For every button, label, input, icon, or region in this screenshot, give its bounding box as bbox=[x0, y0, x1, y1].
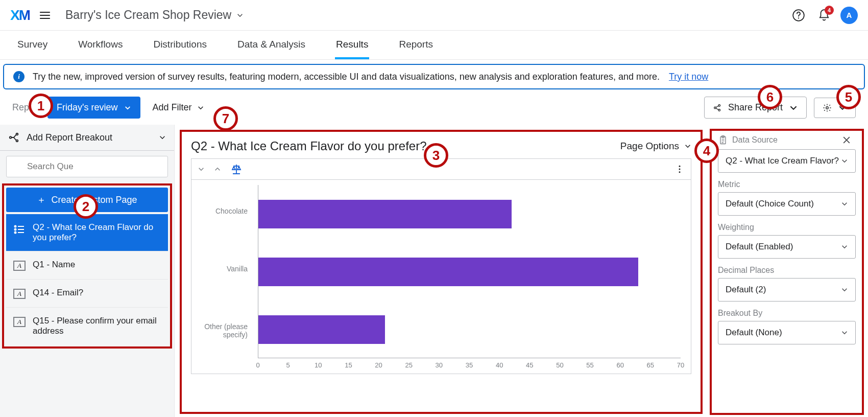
chevron-down-icon bbox=[841, 157, 848, 165]
chart-tick-label: 45 bbox=[526, 361, 533, 369]
breakout-by-select[interactable]: Default (None) bbox=[718, 321, 856, 344]
decimal-places-value: Default (2) bbox=[726, 285, 766, 295]
search-questions-input[interactable] bbox=[6, 156, 168, 177]
weighting-icon[interactable] bbox=[230, 163, 243, 175]
svg-point-1 bbox=[798, 17, 799, 18]
metric-label: Metric bbox=[718, 180, 856, 189]
chart-tick-label: 15 bbox=[345, 361, 352, 369]
bar-chart: ChocolateVanillaOther (please specify)05… bbox=[191, 180, 691, 374]
chevron-down-icon bbox=[841, 200, 848, 207]
svg-point-3 bbox=[718, 104, 720, 106]
chart-tick-label: 0 bbox=[256, 361, 259, 369]
chevron-down-icon bbox=[197, 104, 204, 111]
svg-point-11 bbox=[15, 229, 16, 230]
chart-tick-label: 30 bbox=[436, 361, 443, 369]
decimal-places-select[interactable]: Default (2) bbox=[718, 278, 856, 302]
notifications-button[interactable]: 4 bbox=[815, 6, 833, 25]
page-item-label: Q1 - Name bbox=[33, 260, 75, 270]
chevron-down-icon bbox=[838, 103, 847, 112]
tab-reports[interactable]: Reports bbox=[398, 31, 434, 59]
chart-tick-label: 65 bbox=[647, 361, 654, 369]
info-banner-text: Try the new, improved version of survey … bbox=[33, 72, 660, 82]
collapse-up-icon[interactable] bbox=[214, 166, 221, 173]
weighting-select[interactable]: Default (Enabled) bbox=[718, 235, 856, 259]
chart-tick-label: 5 bbox=[286, 361, 290, 369]
create-custom-page-button[interactable]: ＋ Create Custom Page bbox=[6, 188, 168, 212]
page-item-q1[interactable]: A Q1 - Name bbox=[6, 251, 168, 280]
page-options-dropdown[interactable]: Page Options bbox=[620, 141, 691, 152]
chart-tick-label: 40 bbox=[496, 361, 503, 369]
collapse-down-icon[interactable] bbox=[198, 166, 205, 173]
chevron-down-icon bbox=[789, 103, 798, 112]
chart-tick-label: 35 bbox=[466, 361, 473, 369]
clipboard-icon bbox=[718, 135, 728, 145]
annotation-box-3: Q2 - What Ice Cream Flavor do you prefer… bbox=[180, 130, 703, 414]
gear-icon bbox=[823, 103, 832, 112]
add-report-breakout-dropdown[interactable]: Add Report Breakout bbox=[0, 125, 174, 151]
project-title-text: Barry's Ice Cream Shop Review bbox=[65, 8, 231, 22]
text-question-icon: A bbox=[13, 289, 26, 299]
chart-tick-label: 10 bbox=[315, 361, 322, 369]
svg-point-12 bbox=[15, 232, 16, 234]
chart-bar bbox=[258, 200, 512, 228]
menu-button[interactable] bbox=[36, 6, 54, 25]
tab-survey[interactable]: Survey bbox=[16, 31, 49, 59]
page-item-label: Q2 - What Ice Cream Flavor do you prefer… bbox=[33, 222, 161, 243]
help-button[interactable] bbox=[789, 6, 808, 25]
tab-results[interactable]: Results bbox=[335, 31, 369, 59]
metric-select[interactable]: Default (Choice Count) bbox=[718, 192, 856, 216]
data-source-select[interactable]: Q2 - What Ice Cream Flavor? bbox=[718, 149, 856, 173]
decimal-places-label: Decimal Places bbox=[718, 266, 856, 275]
tab-workflows[interactable]: Workflows bbox=[77, 31, 124, 59]
add-filter-dropdown[interactable]: Add Filter bbox=[153, 102, 204, 113]
chart-category-label: Other (please specify) bbox=[191, 322, 248, 339]
share-icon bbox=[713, 103, 722, 112]
text-question-icon: A bbox=[13, 317, 26, 327]
user-avatar[interactable]: A bbox=[840, 7, 858, 24]
settings-button[interactable] bbox=[814, 98, 856, 118]
report-selector[interactable]: Friday's review bbox=[47, 97, 140, 119]
info-banner: i Try the new, improved version of surve… bbox=[3, 64, 865, 89]
chart-tick-label: 70 bbox=[677, 361, 684, 369]
annotation-box-2: ＋ Create Custom Page Q2 - What Ice Cream… bbox=[2, 183, 172, 349]
chart-bar bbox=[258, 258, 638, 286]
selected-report-name: Friday's review bbox=[57, 102, 117, 113]
notification-badge: 4 bbox=[825, 6, 834, 15]
tab-distributions[interactable]: Distributions bbox=[152, 31, 208, 59]
page-item-q15[interactable]: A Q15 - Please confirm your email addres… bbox=[6, 308, 168, 344]
chart-tick-label: 55 bbox=[586, 361, 593, 369]
svg-point-2 bbox=[714, 107, 716, 109]
chevron-down-icon bbox=[159, 134, 166, 141]
try-it-now-link[interactable]: Try it now bbox=[669, 72, 708, 82]
add-filter-label: Add Filter bbox=[153, 102, 192, 113]
data-source-value: Q2 - What Ice Cream Flavor? bbox=[726, 156, 839, 166]
page-item-q14[interactable]: A Q14 - Email? bbox=[6, 280, 168, 308]
share-report-button[interactable]: Share Report bbox=[704, 97, 807, 119]
svg-point-8 bbox=[16, 140, 18, 142]
data-source-label: Data Source bbox=[732, 135, 778, 145]
logo[interactable]: XM bbox=[10, 7, 30, 24]
list-icon bbox=[13, 223, 26, 236]
info-icon: i bbox=[13, 71, 25, 82]
question-title: Q2 - What Ice Cream Flavor do you prefer… bbox=[191, 139, 427, 153]
svg-point-5 bbox=[826, 106, 829, 109]
page-item-q2[interactable]: Q2 - What Ice Cream Flavor do you prefer… bbox=[6, 214, 168, 251]
svg-point-7 bbox=[16, 133, 18, 135]
chart-tick-label: 50 bbox=[556, 361, 563, 369]
chart-category-label: Chocolate bbox=[191, 207, 248, 215]
svg-point-10 bbox=[15, 226, 16, 227]
breakout-by-value: Default (None) bbox=[726, 328, 782, 338]
close-icon[interactable] bbox=[841, 135, 852, 145]
tab-data-analysis[interactable]: Data & Analysis bbox=[236, 31, 306, 59]
breakout-icon bbox=[8, 132, 19, 143]
page-options-label: Page Options bbox=[620, 141, 679, 152]
metric-value: Default (Choice Count) bbox=[726, 199, 814, 209]
svg-point-4 bbox=[718, 109, 720, 111]
page-item-label: Q15 - Please confirm your email address bbox=[33, 316, 161, 336]
chevron-down-icon bbox=[841, 286, 848, 293]
report-label: Report: bbox=[12, 102, 42, 113]
visualization-menu-icon[interactable] bbox=[674, 164, 685, 174]
svg-point-6 bbox=[10, 136, 12, 138]
project-title-dropdown[interactable]: Barry's Ice Cream Shop Review bbox=[65, 8, 244, 22]
plus-icon: ＋ bbox=[37, 194, 46, 206]
